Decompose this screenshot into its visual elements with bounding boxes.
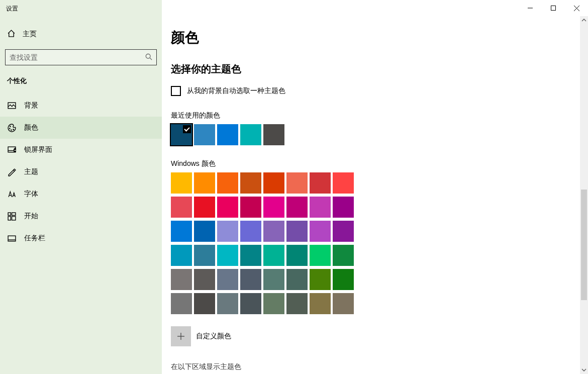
custom-color-row[interactable]: 自定义颜色 (171, 326, 588, 346)
svg-rect-1 (551, 6, 556, 11)
color-swatch[interactable] (310, 245, 331, 266)
recent-color-swatch[interactable] (263, 124, 284, 145)
color-swatch[interactable] (194, 269, 215, 290)
color-swatch[interactable] (217, 221, 238, 242)
color-swatch[interactable] (263, 197, 284, 218)
close-button[interactable] (565, 0, 588, 16)
recent-color-swatch[interactable] (171, 124, 192, 145)
color-swatch[interactable] (286, 197, 308, 218)
sidebar-item-themes[interactable]: 主题 (0, 161, 162, 183)
sidebar-item-label: 背景 (24, 101, 38, 110)
color-swatch[interactable] (310, 197, 331, 218)
color-swatch[interactable] (286, 172, 308, 194)
color-swatch[interactable] (194, 197, 215, 218)
color-swatch[interactable] (240, 269, 261, 290)
color-swatch[interactable] (194, 221, 215, 242)
recent-color-swatch[interactable] (240, 124, 261, 145)
auto-pick-row[interactable]: 从我的背景自动选取一种主题色 (171, 86, 588, 96)
check-icon (183, 125, 191, 133)
search-field[interactable] (10, 53, 145, 61)
color-swatch[interactable] (171, 221, 192, 242)
windows-colors-palette (171, 172, 588, 314)
recent-colors-label: 最近使用的颜色 (171, 111, 588, 120)
sidebar-item-background[interactable]: 背景 (0, 95, 162, 117)
svg-rect-18 (12, 216, 15, 220)
color-swatch[interactable] (310, 221, 331, 242)
sidebar-item-taskbar[interactable]: 任务栏 (0, 227, 162, 249)
svg-line-5 (150, 58, 152, 60)
color-swatch[interactable] (194, 172, 215, 194)
color-swatch[interactable] (240, 197, 261, 218)
color-swatch[interactable] (240, 293, 261, 314)
sidebar-category: 个性化 (0, 72, 162, 95)
color-swatch[interactable] (286, 269, 308, 290)
color-swatch[interactable] (194, 293, 215, 314)
color-swatch[interactable] (263, 245, 284, 266)
color-swatch[interactable] (194, 245, 215, 266)
auto-pick-label: 从我的背景自动选取一种主题色 (187, 86, 285, 96)
color-swatch[interactable] (263, 293, 284, 314)
color-swatch[interactable] (333, 269, 354, 290)
scroll-down-icon[interactable] (580, 366, 588, 374)
color-swatch[interactable] (333, 172, 354, 194)
color-swatch[interactable] (171, 245, 192, 266)
color-swatch[interactable] (240, 245, 261, 266)
color-swatch[interactable] (263, 269, 284, 290)
sidebar-item-fonts[interactable]: 字体 (0, 183, 162, 205)
plus-icon[interactable] (171, 326, 191, 346)
custom-color-label: 自定义颜色 (196, 332, 231, 341)
sidebar-item-label: 字体 (24, 190, 38, 199)
background-icon (7, 102, 16, 110)
color-swatch[interactable] (310, 293, 331, 314)
sidebar: 主页 个性化 背景颜色锁屏界面主题字体开始任务栏 (0, 0, 162, 374)
search-input[interactable] (5, 49, 157, 65)
color-swatch[interactable] (171, 197, 192, 218)
color-swatch[interactable] (333, 245, 354, 266)
color-swatch[interactable] (171, 172, 192, 194)
color-swatch[interactable] (263, 172, 284, 194)
svg-point-10 (13, 129, 14, 130)
color-swatch[interactable] (217, 197, 238, 218)
color-swatch[interactable] (217, 172, 238, 194)
scroll-thumb[interactable] (581, 190, 587, 300)
recent-color-swatch[interactable] (194, 124, 215, 145)
sidebar-item-start[interactable]: 开始 (0, 205, 162, 227)
color-swatch[interactable] (171, 293, 192, 314)
sidebar-item-label: 颜色 (24, 123, 38, 132)
titlebar: 设置 (0, 0, 588, 16)
svg-rect-15 (8, 213, 11, 215)
color-swatch[interactable] (333, 293, 354, 314)
window-controls (519, 0, 588, 16)
minimize-button[interactable] (519, 0, 542, 16)
fonts-icon (7, 190, 16, 199)
color-swatch[interactable] (240, 221, 261, 242)
recent-color-swatch[interactable] (217, 124, 238, 145)
color-swatch[interactable] (171, 269, 192, 290)
home-link[interactable]: 主页 (0, 24, 162, 44)
themes-icon (7, 168, 16, 176)
color-swatch[interactable] (310, 172, 331, 194)
color-swatch[interactable] (240, 172, 261, 194)
color-swatch[interactable] (310, 269, 331, 290)
color-swatch[interactable] (286, 221, 308, 242)
checkbox-icon[interactable] (171, 86, 181, 96)
color-swatch[interactable] (217, 245, 238, 266)
color-swatch[interactable] (333, 197, 354, 218)
svg-point-9 (11, 130, 11, 130)
section-heading: 选择你的主题色 (171, 62, 588, 76)
next-section-heading: 在以下区域显示主题色 (171, 362, 588, 371)
maximize-button[interactable] (542, 0, 565, 16)
color-swatch[interactable] (217, 269, 238, 290)
sidebar-item-label: 任务栏 (24, 234, 45, 243)
home-icon (7, 29, 16, 39)
sidebar-item-lockscreen[interactable]: 锁屏界面 (0, 139, 162, 161)
color-swatch[interactable] (333, 221, 354, 242)
color-swatch[interactable] (217, 293, 238, 314)
color-swatch[interactable] (286, 293, 308, 314)
page-title: 颜色 (171, 28, 588, 47)
sidebar-item-color[interactable]: 颜色 (0, 117, 162, 139)
color-swatch[interactable] (286, 245, 308, 266)
scrollbar[interactable] (580, 16, 588, 374)
color-swatch[interactable] (263, 221, 284, 242)
scroll-up-icon[interactable] (580, 16, 588, 24)
